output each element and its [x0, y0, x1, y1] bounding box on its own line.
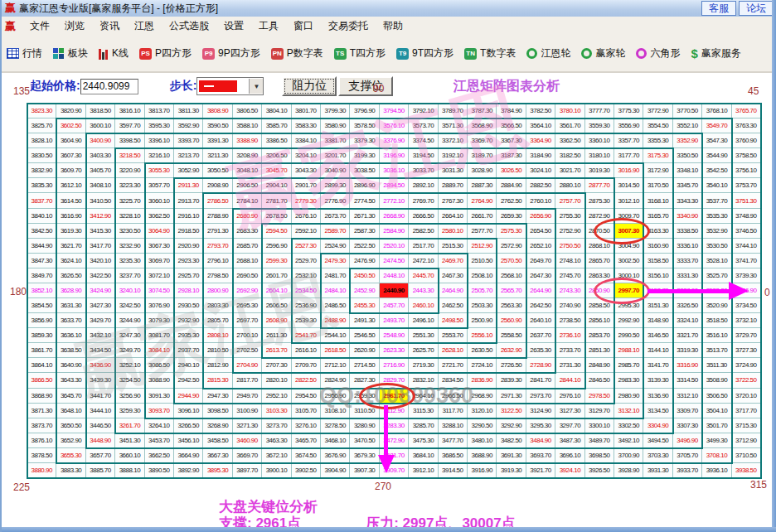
grid-cell[interactable]: 2712.10: [321, 358, 350, 373]
grid-cell[interactable]: 2714.50: [350, 358, 379, 373]
grid-cell[interactable]: 3712.90: [732, 433, 761, 448]
grid-cell[interactable]: 2791.30: [203, 224, 232, 239]
grid-cell[interactable]: 2671.30: [350, 209, 379, 224]
grid-cell[interactable]: 3926.50: [585, 463, 614, 478]
grid-cell[interactable]: 3254.50: [115, 373, 144, 388]
grid-cell[interactable]: 3626.50: [56, 268, 85, 283]
grid-cell[interactable]: 2966.50: [439, 389, 468, 404]
grid-cell[interactable]: 3043.30: [292, 163, 321, 178]
grid-cell[interactable]: 2848.90: [585, 358, 614, 373]
grid-cell[interactable]: 3487.30: [555, 433, 584, 448]
grid-cell[interactable]: 3050.50: [203, 163, 232, 178]
grid-cell[interactable]: 3465.70: [292, 433, 321, 448]
grid-cell[interactable]: 3698.50: [585, 448, 614, 463]
grid-cell[interactable]: 3357.70: [614, 133, 643, 148]
grid-cell[interactable]: 2498.50: [439, 313, 468, 328]
menu-item-tools[interactable]: 工具: [251, 19, 286, 33]
grid-cell[interactable]: 3456.10: [174, 433, 203, 448]
grid-cell[interactable]: 2700.10: [233, 328, 262, 343]
grid-cell[interactable]: 2488.90: [321, 313, 350, 328]
grid-cell[interactable]: 3004.90: [614, 239, 643, 254]
grid-cell[interactable]: 3624.10: [56, 254, 85, 268]
grid-cell[interactable]: 2757.70: [555, 193, 584, 208]
grid-cell[interactable]: 3516.10: [702, 328, 731, 343]
grid-cell[interactable]: 3091.30: [145, 389, 174, 404]
grid-cell[interactable]: 2548.90: [380, 328, 409, 343]
grid-cell[interactable]: 2666.50: [409, 209, 438, 224]
grid-cell[interactable]: 3482.50: [497, 433, 526, 448]
grid-cell[interactable]: 2647.30: [526, 268, 555, 283]
grid-cell[interactable]: 3120.10: [468, 404, 497, 418]
grid-cell[interactable]: 3192.10: [439, 148, 468, 163]
grid-cell[interactable]: 3650.50: [56, 418, 85, 433]
grid-cell[interactable]: 3772.90: [643, 104, 672, 118]
toolbar-item-2[interactable]: K线: [99, 46, 129, 60]
grid-cell[interactable]: 3480.10: [468, 433, 497, 448]
grid-cell[interactable]: 3861.70: [27, 343, 56, 358]
grid-cell[interactable]: 2860.90: [585, 283, 614, 298]
grid-cell[interactable]: 2491.30: [350, 313, 379, 328]
grid-cell[interactable]: 3024.10: [526, 163, 555, 178]
grid-cell[interactable]: 2985.70: [614, 358, 643, 373]
grid-cell[interactable]: 3002.50: [614, 254, 643, 268]
grid-cell[interactable]: 3132.10: [614, 404, 643, 418]
grid-cell[interactable]: 2599.30: [262, 254, 291, 268]
grid-cell[interactable]: 2481.70: [321, 268, 350, 283]
grid-cell[interactable]: 2877.70: [585, 178, 614, 193]
grid-cell[interactable]: 3352.90: [673, 133, 702, 148]
grid-cell[interactable]: 3895.30: [203, 463, 232, 478]
grid-cell[interactable]: 2508.10: [468, 268, 497, 283]
grid-cell[interactable]: 3715.30: [732, 418, 761, 433]
toolbar-item-8[interactable]: TNT数字表: [464, 46, 516, 60]
grid-cell[interactable]: 3746.50: [732, 224, 761, 239]
grid-cell[interactable]: 3240.10: [115, 283, 144, 298]
grid-cell[interactable]: 3321.70: [673, 328, 702, 343]
forum-button[interactable]: 论坛: [739, 1, 774, 16]
grid-cell[interactable]: 3052.90: [174, 163, 203, 178]
grid-cell[interactable]: 2563.30: [497, 298, 526, 313]
grid-cell[interactable]: 3669.70: [233, 448, 262, 463]
grid-cell[interactable]: 3172.90: [643, 163, 672, 178]
grid-cell[interactable]: 3722.50: [732, 373, 761, 388]
grid-cell[interactable]: 3496.90: [673, 433, 702, 448]
grid-cell[interactable]: 3849.70: [27, 268, 56, 283]
grid-cell[interactable]: 2846.50: [585, 373, 614, 388]
grid-cell[interactable]: 2788.90: [203, 209, 232, 224]
grid-cell[interactable]: 2932.90: [174, 313, 203, 328]
grid-cell[interactable]: 3333.70: [673, 254, 702, 268]
grid-cell[interactable]: 3804.10: [262, 104, 291, 118]
grid-cell[interactable]: 2911.30: [174, 178, 203, 193]
grid-cell[interactable]: 2467.30: [439, 268, 468, 283]
grid-cell[interactable]: 3163.30: [643, 224, 672, 239]
grid-cell[interactable]: 3561.70: [555, 118, 584, 133]
grid-cell[interactable]: 3396.10: [145, 133, 174, 148]
grid-cell[interactable]: 3703.30: [643, 448, 672, 463]
grid-cell[interactable]: 3252.10: [115, 358, 144, 373]
grid-cell[interactable]: 3336.10: [673, 239, 702, 254]
grid-cell[interactable]: 3122.50: [497, 404, 526, 418]
grid-cell[interactable]: 2484.10: [321, 283, 350, 298]
grid-cell[interactable]: 3806.50: [233, 104, 262, 118]
grid-cell[interactable]: 3768.10: [702, 104, 731, 118]
grid-cell[interactable]: 2716.90: [380, 358, 409, 373]
grid-cell[interactable]: 2515.30: [439, 239, 468, 254]
grid-cell[interactable]: 2544.10: [321, 328, 350, 343]
grid-cell[interactable]: 3048.10: [233, 163, 262, 178]
grid-cell[interactable]: 3326.50: [673, 298, 702, 313]
grid-cell[interactable]: 2709.70: [292, 358, 321, 373]
toolbar-item-9[interactable]: 江恩轮: [526, 46, 570, 60]
grid-cell[interactable]: 3818.50: [86, 104, 115, 118]
grid-cell[interactable]: 2606.50: [262, 298, 291, 313]
grid-cell[interactable]: 3460.90: [233, 433, 262, 448]
grid-cell[interactable]: 2680.90: [233, 209, 262, 224]
grid-cell[interactable]: 3542.50: [702, 163, 731, 178]
grid-cell[interactable]: 3686.50: [439, 448, 468, 463]
grid-cell[interactable]: 2496.10: [409, 313, 438, 328]
grid-cell[interactable]: 3324.10: [673, 313, 702, 328]
grid-cell[interactable]: 3216.10: [145, 148, 174, 163]
grid-cell[interactable]: 2913.70: [174, 193, 203, 208]
grid-cell[interactable]: 3439.30: [86, 373, 115, 388]
grid-cell[interactable]: 3441.70: [86, 389, 115, 404]
grid-cell[interactable]: 3302.50: [614, 418, 643, 433]
grid-cell[interactable]: 2815.30: [203, 373, 232, 388]
